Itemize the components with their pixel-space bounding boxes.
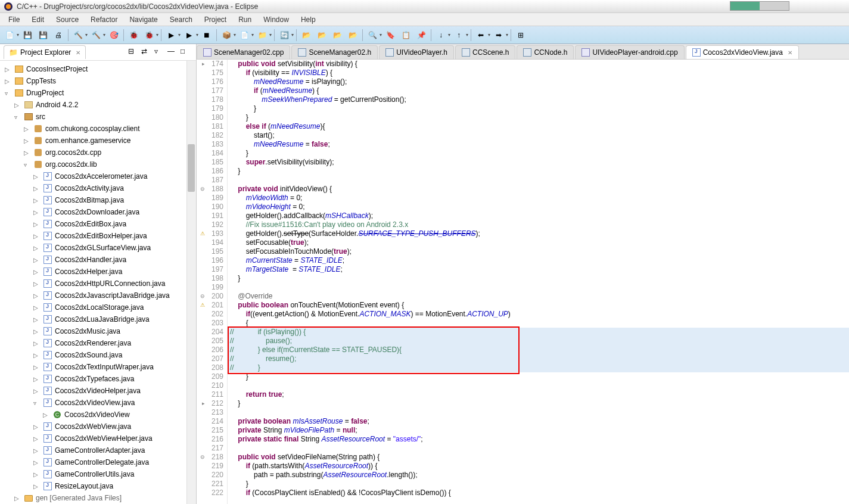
twisty-icon[interactable]: ▷ [33,304,41,311]
gutter-marker-icon[interactable]: ⊖ [198,292,205,299]
code-line[interactable]: } [228,274,849,283]
tree-node[interactable]: ▷Cocos2dxVideoHelper.java [0,385,196,397]
twisty-icon[interactable]: ▿ [14,114,21,120]
code-line[interactable]: if((event.getAction() & MotionEvent.ACTI… [228,310,849,319]
new-class-button[interactable]: 📦 [219,28,234,42]
tree-node[interactable]: ▷Cocos2dxLocalStorage.java [0,301,196,313]
line-number[interactable]: 210 [197,381,223,390]
twisty-icon[interactable]: ▷ [33,483,41,490]
print-button[interactable]: 🖨 [51,28,66,42]
twisty-icon[interactable]: ▷ [24,126,31,132]
line-number[interactable]: 177 [197,86,223,95]
code-line[interactable]: setFocusable(true); [228,238,849,247]
code-line[interactable]: @Override [228,292,849,301]
code-line[interactable]: //Fix issue#11516:Can't play video on An… [228,220,849,229]
tree-node[interactable]: ▷CocosInsectProject [0,63,196,75]
perspective-button[interactable]: ⊞ [514,28,528,42]
code-line[interactable]: mTargetState = STATE_IDLE; [228,265,849,274]
twisty-icon[interactable]: ▿ [5,90,12,97]
code-content[interactable]: public void setVisibility(int visibility… [228,60,849,504]
code-line[interactable]: getHolder().addCallback(mSHCallback); [228,211,849,220]
code-line[interactable]: super.setVisibility(visibility); [228,158,849,167]
code-line[interactable]: setFocusableInTouchMode(true); [228,247,849,256]
twisty-icon[interactable]: ▷ [33,388,41,394]
code-line[interactable]: start(); [228,131,849,140]
line-number[interactable]: 174▸ [197,60,223,69]
line-number[interactable]: 193⚠ [197,229,223,238]
line-number[interactable]: 191 [197,211,223,220]
run-last-button[interactable]: ▶ [182,28,196,42]
tree-node[interactable]: ▷Cocos2dxSound.java [0,349,196,361]
gutter-marker-icon[interactable]: ⊖ [198,185,205,192]
line-number[interactable]: 208 [197,363,223,372]
twisty-icon[interactable]: ▷ [24,138,31,144]
tree-node[interactable]: ▷GameControllerDelegate.java [0,456,196,468]
code-line[interactable]: // } [228,363,849,372]
twisty-icon[interactable]: ▷ [5,66,12,73]
close-icon[interactable]: ✕ [788,49,792,56]
menu-navigate[interactable]: Navigate [123,14,163,26]
twisty-icon[interactable]: ▷ [33,447,41,454]
line-number[interactable]: 183 [197,140,223,149]
twisty-icon[interactable]: ▷ [33,221,41,228]
twisty-icon[interactable]: ▷ [33,293,41,299]
editor-tab[interactable]: SceneManager02.cpp [197,45,290,59]
twisty-icon[interactable]: ▷ [33,424,41,430]
code-line[interactable]: { [228,319,849,328]
line-number[interactable]: 198 [197,274,223,283]
line-number[interactable]: 203 [197,319,223,328]
tree-node[interactable]: ▷Cocos2dxHandler.java [0,254,196,266]
code-line[interactable]: private void initVideoView() { [228,185,849,194]
prev-annotation-button[interactable]: ↑ [452,28,466,42]
line-number[interactable]: 187 [197,176,223,185]
twisty-icon[interactable]: ▷ [14,495,21,502]
line-number[interactable]: 209 [197,372,223,381]
line-number[interactable]: 205 [197,337,223,346]
menu-project[interactable]: Project [198,14,232,26]
tree-node[interactable]: ▷Cocos2dxWebView.java [0,421,196,433]
menu-edit[interactable]: Edit [26,14,50,26]
forward-button[interactable]: ➡ [492,28,506,42]
line-number[interactable]: 180 [197,113,223,122]
code-line[interactable]: } [228,149,849,158]
tree-node[interactable]: ▷Cocos2dxHelper.java [0,266,196,278]
twisty-icon[interactable]: ▿ [24,161,31,168]
tree-node[interactable]: ▷Cocos2dxWebViewHelper.java [0,433,196,444]
save-button[interactable]: 💾 [20,28,35,42]
debug-menu-button[interactable]: 🐞 [126,28,141,42]
code-line[interactable] [228,381,849,390]
tree-node[interactable]: ▷ResizeLayout.java [0,480,196,492]
tree-node[interactable]: ▷Cocos2dxLuaJavaBridge.java [0,313,196,325]
open-other-button[interactable]: 📂 [346,28,360,42]
line-number[interactable]: 192 [197,220,223,229]
pin-button[interactable]: 📌 [414,28,428,42]
twisty-icon[interactable]: ▷ [33,281,41,287]
twisty-icon[interactable]: ▷ [33,257,41,263]
menu-source[interactable]: Source [50,14,85,26]
close-icon[interactable]: ✕ [76,49,80,56]
menu-run[interactable]: Run [232,14,257,26]
twisty-icon[interactable]: ▷ [33,459,41,466]
twisty-icon[interactable]: ▷ [33,376,41,382]
twisty-icon[interactable]: ▿ [33,400,41,406]
line-number[interactable]: 206 [197,346,223,354]
tree-node[interactable]: ▷gen [Generated Java Files] [0,492,196,504]
line-number[interactable]: 221 [197,480,223,489]
code-line[interactable] [228,444,849,453]
code-line[interactable]: public boolean onTouchEvent(MotionEvent … [228,301,849,310]
new-file-button[interactable]: 📄 [237,28,251,42]
line-number[interactable]: 194 [197,238,223,247]
line-number[interactable]: 195 [197,247,223,256]
tree-node[interactable]: ▷Cocos2dxTypefaces.java [0,373,196,385]
tree-node[interactable]: ▿DrugProject [0,87,196,99]
line-number[interactable]: 220 [197,471,223,480]
code-line[interactable]: } [228,480,849,489]
tree-node[interactable]: ▷CppTests [0,75,196,87]
twisty-icon[interactable]: ▷ [33,197,41,204]
line-number[interactable]: 219 [197,462,223,471]
tree-node[interactable]: ▷Cocos2dxJavascriptJavaBridge.java [0,290,196,301]
gutter-marker-icon[interactable]: ⊖ [198,453,205,460]
twisty-icon[interactable]: ▷ [33,328,41,335]
open-project-button[interactable]: 📂 [299,28,313,42]
code-line[interactable]: if (CocosPlayClient isEnabled() && !Coco… [228,489,849,497]
